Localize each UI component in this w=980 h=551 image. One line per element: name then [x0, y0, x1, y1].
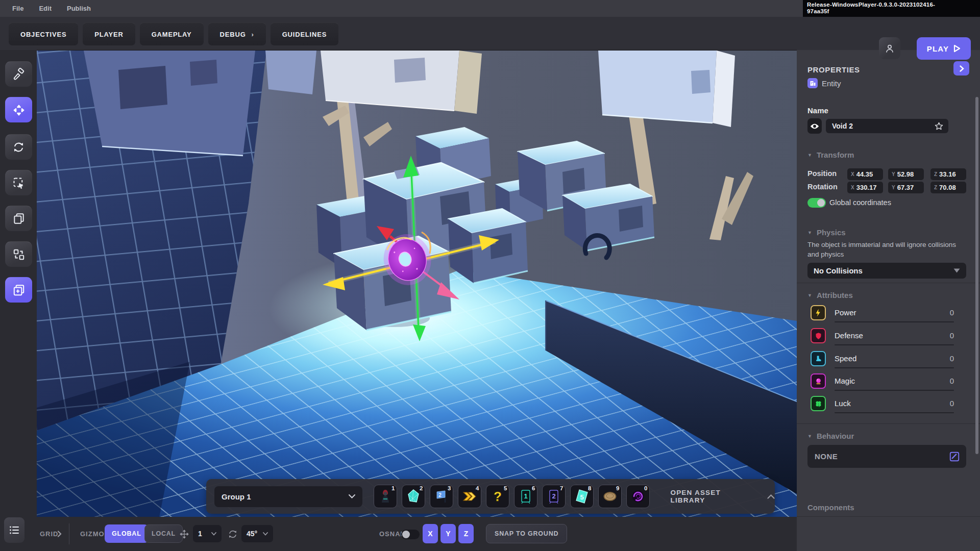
rotation-label: Rotation: [807, 183, 838, 191]
name-field-label: Name: [807, 106, 828, 115]
tab-guidelines[interactable]: GUIDELINES: [271, 22, 338, 45]
move-step-icon: [179, 529, 190, 540]
visibility-button[interactable]: [807, 118, 822, 134]
entity-icon: [807, 78, 818, 88]
tab-objectives[interactable]: OBJECTIVES: [9, 22, 78, 45]
section-divider: [797, 516, 980, 517]
position-x-field[interactable]: X 44.35: [847, 168, 883, 180]
rotate-icon: [12, 140, 26, 154]
favorite-star-icon[interactable]: [935, 122, 943, 130]
behaviour-section-header[interactable]: ▼ Behaviour: [807, 432, 854, 440]
speed-icon: [811, 351, 826, 366]
add-to-group-tool-button[interactable]: [5, 277, 32, 303]
move-step-select[interactable]: 1: [193, 525, 222, 542]
asset-slot-crystal[interactable]: 2: [402, 485, 425, 508]
attributes-section-header[interactable]: ▼ Attributes: [807, 291, 853, 299]
toggle-knob: [402, 531, 410, 538]
scene-list-button[interactable]: [4, 517, 24, 543]
asset-slot-gate-one[interactable]: 1 6: [514, 485, 537, 508]
duplicate-tool-button[interactable]: [5, 206, 32, 231]
panel-scrollbar[interactable]: [975, 97, 978, 454]
tab-bar: OBJECTIVES PLAYER GAMEPLAY DEBUG› GUIDEL…: [0, 17, 980, 50]
global-mode-button[interactable]: GLOBAL: [105, 524, 149, 543]
toggle-knob: [817, 199, 825, 207]
tab-player[interactable]: PLAYER: [83, 22, 135, 45]
entity-type-row: Entity: [807, 78, 841, 88]
attribute-slider-track[interactable]: [835, 321, 954, 322]
collapse-asset-bar-button[interactable]: [767, 494, 775, 499]
axis-x-button[interactable]: X: [423, 524, 438, 543]
osnap-toggle[interactable]: [401, 530, 420, 539]
marquee-select-icon: [12, 176, 26, 190]
attribute-slider-track[interactable]: [835, 390, 954, 391]
properties-title: PROPERTIES: [807, 65, 860, 74]
rotate-tool-button[interactable]: [5, 134, 32, 160]
rotation-x-field[interactable]: X 330.17: [847, 182, 883, 193]
entity-type-label: Entity: [822, 79, 841, 88]
axis-z-button[interactable]: Z: [458, 524, 474, 543]
replace-icon: [12, 248, 26, 261]
asset-slot-vortex[interactable]: 0: [626, 485, 650, 508]
axis-y-button[interactable]: Y: [440, 524, 456, 543]
play-button[interactable]: PLAY: [917, 37, 971, 60]
svg-text:5: 5: [580, 493, 584, 501]
edit-pencil-icon[interactable]: [949, 451, 960, 462]
position-label: Position: [807, 169, 837, 178]
marquee-select-tool-button[interactable]: [5, 170, 32, 195]
viewport-scene: [37, 51, 797, 517]
paint-brush-icon: [12, 68, 26, 81]
account-button[interactable]: [879, 37, 900, 59]
chevron-down-icon: [349, 494, 355, 498]
menu-edit[interactable]: Edit: [39, 5, 52, 12]
properties-panel: PROPERTIES Entity Name Void 2: [797, 50, 980, 551]
chevron-down-icon: [211, 532, 216, 536]
rotate-step-select[interactable]: 45°: [241, 525, 273, 542]
asset-slot-card-five[interactable]: 5 8: [570, 485, 594, 508]
menu-publish[interactable]: Publish: [67, 5, 91, 12]
collapse-triangle-icon: ▼: [807, 293, 812, 298]
position-z-field[interactable]: Z 33.16: [930, 168, 966, 180]
asset-slot-gold-arrows[interactable]: 4: [458, 485, 481, 508]
attribute-row-magic: Magic 0: [811, 373, 966, 391]
attribute-slider-track[interactable]: [835, 344, 954, 345]
chevron-right-icon[interactable]: [57, 531, 62, 537]
collapse-panel-button[interactable]: [953, 61, 969, 76]
open-asset-library-button[interactable]: OPEN ASSET LIBRARY: [670, 489, 754, 504]
asset-slot-question-block[interactable]: ? 5: [486, 485, 509, 508]
attribute-slider-track[interactable]: [835, 367, 954, 368]
move-tool-button[interactable]: [5, 97, 32, 122]
chevron-down-icon: [263, 532, 268, 536]
asset-slot-character[interactable]: 1: [374, 485, 397, 508]
replace-tool-button[interactable]: [5, 241, 32, 267]
entity-name-input[interactable]: Void 2: [826, 119, 948, 133]
rotation-y-field[interactable]: Y 67.37: [888, 182, 924, 193]
move-icon: [12, 103, 26, 117]
asset-slot-flag[interactable]: 2 3: [430, 485, 453, 508]
chevron-right-icon: ›: [252, 31, 254, 38]
local-mode-button[interactable]: LOCAL: [144, 524, 183, 543]
chevron-right-icon: [959, 65, 964, 72]
collapse-triangle-icon: ▼: [807, 434, 812, 439]
collision-mode-select[interactable]: No Collisions: [807, 263, 966, 279]
svg-text:2: 2: [439, 492, 442, 498]
paint-brush-tool-button[interactable]: [5, 61, 32, 87]
viewport-3d[interactable]: Group 1 1 2: [37, 50, 797, 517]
global-coordinates-toggle[interactable]: [807, 198, 826, 208]
asset-slot-coin[interactable]: 9: [598, 485, 622, 508]
position-y-field[interactable]: Y 52.98: [888, 168, 924, 180]
behaviour-value-box[interactable]: NONE: [807, 445, 966, 468]
rotation-z-field[interactable]: Z 70.08: [930, 182, 966, 193]
group-select[interactable]: Group 1: [214, 486, 362, 507]
grid-section-label[interactable]: GRID: [40, 530, 59, 538]
physics-section-header[interactable]: ▼ Physics: [807, 228, 846, 237]
transform-section-header[interactable]: ▼ Transform: [807, 151, 854, 159]
asset-slot-gate-two[interactable]: 2 7: [542, 485, 566, 508]
snap-to-ground-button[interactable]: SNAP TO GROUND: [486, 524, 567, 543]
left-toolbar: [0, 50, 37, 551]
eye-icon: [810, 123, 819, 130]
attribute-slider-track[interactable]: [835, 412, 954, 413]
menu-file[interactable]: File: [12, 5, 23, 12]
tab-gameplay[interactable]: GAMEPLAY: [140, 22, 204, 45]
components-section-header[interactable]: Components: [807, 503, 854, 512]
tab-debug[interactable]: DEBUG›: [208, 22, 266, 45]
